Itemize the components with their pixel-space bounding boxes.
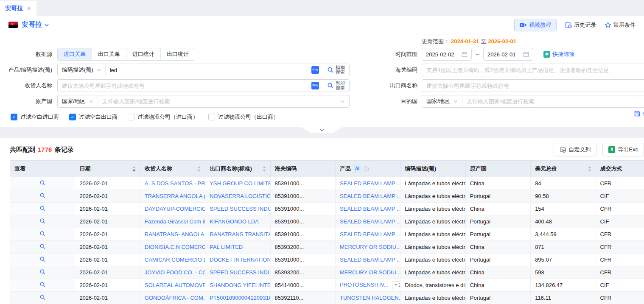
consignee-link[interactable]: JOYVIO FOOD CO. - COMERCIO GERAL, LDA bbox=[145, 269, 205, 276]
view-record-icon[interactable] bbox=[39, 192, 46, 199]
consignee-link[interactable]: DAYDAYUP-COMERCIO E PRESTACAO DE S... bbox=[145, 206, 205, 212]
consignee-link[interactable]: SOLAREAL AUTOMOVEL ANGOLA(SU)., LDA bbox=[145, 282, 205, 288]
view-record-icon[interactable] bbox=[39, 243, 46, 250]
favorites-button[interactable]: 常用条件 bbox=[605, 21, 636, 29]
consignee-link[interactable]: GONDOÁFRICA - COM. REPRESENTAÇÕES ... bbox=[145, 295, 205, 301]
consignee-link[interactable]: DIONISIA.C.N COMERCIO GERAL & PRESTA... bbox=[145, 244, 205, 250]
translate-icon[interactable]: 中A bbox=[311, 82, 319, 89]
checkbox-checked-icon[interactable]: ✓ bbox=[69, 114, 76, 120]
start-date-input[interactable]: 2025-02-02 bbox=[422, 48, 472, 61]
product-link[interactable]: MERCURY OR SODIU... bbox=[340, 269, 400, 276]
exporter-link[interactable]: PAL LIMITED bbox=[210, 244, 243, 250]
description-cell: Lâmpadas e tubos eléctricos de inca... bbox=[400, 266, 465, 279]
view-record-icon[interactable] bbox=[39, 205, 46, 212]
product-field-select[interactable]: 编码描述(葡) bbox=[58, 64, 106, 76]
view-record-icon[interactable] bbox=[39, 256, 46, 262]
checkbox-unchecked-icon[interactable] bbox=[208, 114, 215, 120]
smart-search-button[interactable]: 智能搜索 bbox=[327, 81, 345, 90]
product-link[interactable]: SEALED BEAM LAMP ... bbox=[340, 193, 400, 199]
tab-close-icon[interactable]: × bbox=[27, 5, 31, 12]
product-link[interactable]: SEALED BEAM LAMP ... bbox=[340, 257, 400, 263]
product-link[interactable]: SEALED BEAM LAMP ... bbox=[340, 218, 400, 225]
checkbox-unchecked-icon[interactable] bbox=[128, 114, 134, 120]
exporter-link[interactable]: SPEED SUCCESS INDUSTRIAL CO LIMITED bbox=[210, 269, 270, 276]
consignee-link[interactable]: Fazenda Girassol Com IND AGRO P LDA bbox=[145, 218, 205, 225]
consignee-input[interactable] bbox=[58, 80, 307, 92]
collapse-filter-button[interactable] bbox=[301, 127, 343, 133]
view-record-button[interactable] bbox=[10, 203, 75, 215]
dest-country-select[interactable]: 国家/地区 bbox=[422, 95, 462, 107]
sort-arrows-icon[interactable] bbox=[260, 166, 266, 172]
filter-checkbox-1[interactable]: ✓过滤空白出口商 bbox=[69, 113, 118, 121]
view-record-icon[interactable] bbox=[39, 218, 46, 224]
fuzzy-search-button[interactable]: 模糊搜索 bbox=[327, 65, 345, 75]
view-record-button[interactable] bbox=[10, 241, 75, 254]
column-header-1[interactable]: 日期 bbox=[75, 161, 140, 177]
view-record-button[interactable] bbox=[10, 292, 75, 304]
exporter-link[interactable]: DOCKET INTERNATIONAL BUSINESS LDA bbox=[210, 257, 270, 263]
product-link[interactable]: TUNGSTEN HALOGEN... bbox=[340, 295, 400, 301]
save-conditions-button[interactable]: 保 bbox=[634, 110, 644, 117]
view-record-button[interactable] bbox=[10, 228, 75, 241]
view-record-button[interactable] bbox=[10, 215, 75, 228]
translate-icon[interactable]: 中A bbox=[311, 66, 319, 74]
exporter-link[interactable]: SHANDONG YIFEI INTERNATIONAL TRADIN... bbox=[210, 282, 270, 288]
view-record-button[interactable] bbox=[10, 190, 75, 203]
end-date-input[interactable]: 2026-02-01 bbox=[483, 48, 533, 61]
view-record-icon[interactable] bbox=[39, 294, 46, 301]
tab-angola[interactable]: 安哥拉 × bbox=[0, 1, 36, 16]
product-link[interactable]: SEALED BEAM LAMP ... bbox=[340, 180, 400, 187]
consignee-link[interactable]: TRANSERRA ANGOLA (SU) , LDA bbox=[145, 193, 205, 199]
product-link[interactable]: SEALED BEAM LAMP ... bbox=[340, 231, 400, 237]
exporter-link[interactable]: NOVASERRA LOGISTICS LDA bbox=[210, 193, 270, 199]
hs-code-input[interactable] bbox=[422, 64, 644, 76]
product-link[interactable]: SEALED BEAM LAMP ... bbox=[340, 206, 400, 212]
consignee-link[interactable]: A. S DOS SANTOS - PRESTACAO DE SERVIC... bbox=[145, 180, 205, 187]
country-selector[interactable]: 安哥拉 bbox=[22, 20, 42, 29]
column-header-8[interactable]: 美元总价 bbox=[531, 161, 596, 177]
chevron-down-icon[interactable] bbox=[44, 22, 49, 28]
product-link[interactable]: PHOTOSENSITIV... bbox=[340, 282, 389, 288]
sort-arrows-icon[interactable] bbox=[130, 166, 136, 172]
column-header-2[interactable]: 收货人名称 bbox=[140, 161, 205, 177]
datasource-tab-2[interactable]: 进口统计 bbox=[126, 48, 160, 60]
view-record-icon[interactable] bbox=[39, 269, 46, 275]
video-tutorial-button[interactable]: 视频教程 bbox=[514, 19, 557, 31]
exporter-input[interactable] bbox=[422, 80, 644, 92]
exporter-link[interactable]: YSH GROUP CO LIMITED bbox=[210, 180, 270, 187]
dest-country-input[interactable] bbox=[462, 95, 644, 107]
exporter-link[interactable]: PT50018900004120931000165 BMG TRADI... bbox=[210, 295, 270, 301]
view-record-button[interactable] bbox=[10, 254, 75, 266]
consignee-link[interactable]: CAMICAR COMERCIO DE PEÇAS S.A. bbox=[145, 257, 205, 263]
exporter-link[interactable]: RANATRANS TRANSITÁRIOS S A bbox=[210, 231, 270, 237]
export-excel-button[interactable]: X 导出Exc bbox=[602, 143, 644, 156]
view-record-icon[interactable] bbox=[39, 231, 46, 237]
checkbox-checked-icon[interactable]: ✓ bbox=[11, 114, 17, 120]
sort-arrows-icon[interactable] bbox=[195, 166, 201, 172]
column-header-3[interactable]: 出口商名称(标准) bbox=[205, 161, 270, 177]
view-record-icon[interactable] bbox=[39, 180, 46, 186]
filter-checkbox-3[interactable]: 过滤物流公司（出口商） bbox=[208, 113, 279, 121]
view-record-button[interactable] bbox=[10, 279, 75, 292]
origin-country-input[interactable] bbox=[98, 95, 336, 107]
view-record-button[interactable] bbox=[10, 266, 75, 279]
datasource-tab-3[interactable]: 出口统计 bbox=[160, 48, 195, 60]
sort-arrows-icon[interactable] bbox=[585, 166, 591, 172]
consignee-link[interactable]: RANATRANS- ANGOLA, S. A bbox=[145, 231, 205, 237]
history-button[interactable]: 历史记录 bbox=[565, 21, 596, 29]
customize-columns-button[interactable]: 自定义列 bbox=[554, 143, 596, 156]
view-record-button[interactable] bbox=[10, 177, 75, 190]
exporter-link[interactable]: KIFANGONDO LDA bbox=[210, 218, 259, 225]
filter-checkbox-0[interactable]: ✓过滤空白进口商 bbox=[11, 113, 59, 121]
view-record-icon[interactable] bbox=[39, 282, 46, 288]
product-link[interactable]: MERCURY OR SODIU... bbox=[340, 244, 400, 250]
datasource-tab-0[interactable]: 进口关单 bbox=[58, 48, 92, 60]
origin-country-select[interactable]: 国家/地区 bbox=[58, 95, 98, 107]
filter-checkbox-2[interactable]: 过滤物流公司（进口商） bbox=[128, 113, 198, 121]
product-search-input[interactable] bbox=[106, 64, 307, 76]
quick-options-button[interactable]: ✱ 快捷选项 bbox=[543, 50, 574, 58]
exporter-link[interactable]: SPEED SUCCESS INDUSTRIAL CO LIMITED bbox=[210, 206, 270, 212]
more-products-badge[interactable]: + 2 bbox=[392, 281, 400, 289]
datasource-tab-1[interactable]: 出口关单 bbox=[92, 48, 126, 60]
info-icon[interactable] bbox=[364, 166, 369, 172]
